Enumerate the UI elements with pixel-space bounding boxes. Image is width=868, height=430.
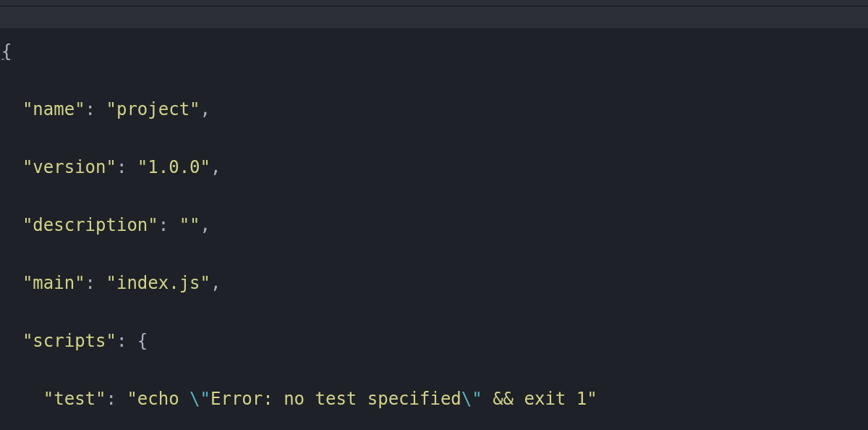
json-key: "version" — [22, 157, 116, 177]
code-line[interactable]: "version": "1.0.0", — [1, 153, 868, 182]
json-key: "name" — [22, 99, 85, 119]
code-line[interactable]: { — [1, 37, 868, 66]
json-key: "test" — [43, 389, 106, 409]
colon-icon: : — [106, 389, 127, 409]
json-string: "echo — [127, 389, 190, 409]
comma-icon: , — [200, 215, 210, 235]
comma-icon: , — [210, 157, 221, 177]
brace-open-icon: { — [1, 41, 12, 62]
brace-open-icon: { — [137, 331, 148, 351]
json-key: "main" — [22, 273, 85, 293]
json-string: Error: no test specified — [210, 389, 461, 409]
code-line[interactable]: "main": "index.js", — [1, 269, 868, 298]
colon-icon: : — [158, 215, 179, 235]
json-string: "project" — [106, 99, 200, 119]
colon-icon: : — [85, 273, 106, 293]
comma-icon: , — [200, 99, 210, 119]
code-line[interactable]: "name": "project", — [1, 95, 868, 124]
code-line[interactable]: "description": "", — [1, 211, 868, 240]
json-string: "1.0.0" — [137, 157, 210, 177]
colon-icon: : — [116, 331, 137, 351]
json-string: && exit 1" — [482, 389, 597, 409]
json-string: "" — [179, 215, 200, 235]
editor-tab-strip — [0, 0, 868, 7]
escape-char: \" — [461, 389, 482, 409]
colon-icon: : — [85, 99, 106, 119]
colon-icon: : — [116, 157, 137, 177]
escape-char: \" — [190, 389, 210, 409]
code-line[interactable]: "test": "echo \"Error: no test specified… — [1, 384, 868, 413]
json-key: "description" — [22, 215, 158, 235]
code-editor[interactable]: { "name": "project", "version": "1.0.0",… — [0, 8, 868, 430]
comma-icon: , — [210, 273, 221, 293]
json-string: "index.js" — [106, 273, 211, 293]
json-key: "scripts" — [22, 331, 116, 351]
code-line[interactable]: "scripts": { — [1, 326, 868, 355]
